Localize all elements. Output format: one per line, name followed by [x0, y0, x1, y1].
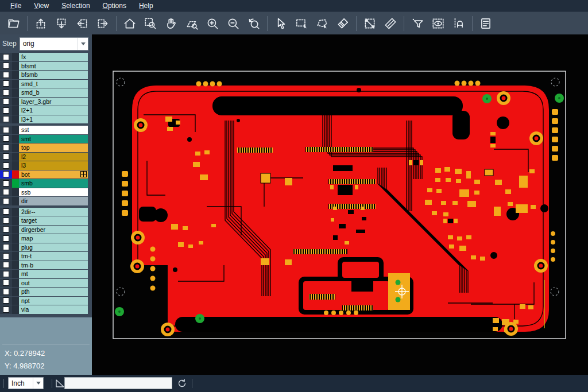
- layer-label[interactable]: smt: [19, 135, 88, 143]
- layer-label[interactable]: smd_b: [19, 88, 88, 97]
- layer-checkbox-l3[interactable]: [0, 161, 12, 170]
- layer-row-bot[interactable]: bot: [0, 170, 88, 179]
- layer-row-pth[interactable]: pth: [0, 288, 88, 296]
- layer-checkbox-mt[interactable]: [0, 270, 12, 278]
- open-folder-button[interactable]: [3, 14, 24, 33]
- layer-checkbox-l2[interactable]: [0, 153, 12, 161]
- clean-brush-button[interactable]: [332, 14, 353, 33]
- layer-checkbox-dir[interactable]: [0, 197, 12, 205]
- ruler-button[interactable]: [380, 14, 401, 33]
- refresh-icon[interactable]: [176, 377, 188, 392]
- report-button[interactable]: [475, 14, 496, 33]
- layer-row-plug[interactable]: plug: [0, 243, 88, 252]
- layer-row-out[interactable]: out: [0, 279, 88, 288]
- layer-label[interactable]: plug: [19, 243, 88, 252]
- layer-row-fx[interactable]: fx: [0, 53, 88, 61]
- layer-label[interactable]: dirgerber: [19, 226, 88, 234]
- layer-label[interactable]: fx: [19, 53, 88, 61]
- menu-file[interactable]: File: [5, 1, 27, 11]
- layer-checkbox-smb[interactable]: [0, 179, 12, 188]
- filter-button[interactable]: [407, 14, 428, 33]
- layer-row-smb[interactable]: smb: [0, 179, 88, 188]
- zoom-selection-button[interactable]: [181, 14, 202, 33]
- layer-row-map[interactable]: map: [0, 234, 88, 243]
- menu-help[interactable]: Help: [133, 1, 159, 11]
- layer-label[interactable]: tm-b: [19, 261, 88, 270]
- layer-label[interactable]: dir: [19, 197, 88, 205]
- layer-row-tm-b[interactable]: tm-b: [0, 261, 88, 270]
- layer-label[interactable]: out: [19, 279, 88, 288]
- highlight-view-button[interactable]: [428, 14, 448, 33]
- layer-row-dir[interactable]: dir: [0, 197, 88, 205]
- select-cursor-button[interactable]: [270, 14, 291, 33]
- command-input[interactable]: [64, 377, 172, 389]
- layer-row-2dir--[interactable]: 2dir--: [0, 208, 88, 216]
- menu-view[interactable]: View: [28, 1, 55, 11]
- layer-row-l2[interactable]: l2: [0, 153, 88, 161]
- layer-label[interactable]: l2: [19, 153, 88, 161]
- layer-checkbox-ssb[interactable]: [0, 188, 12, 197]
- nudge-right-button[interactable]: [92, 14, 113, 33]
- layer-label[interactable]: pth: [19, 288, 88, 296]
- measure-line-button[interactable]: [359, 14, 380, 33]
- layer-row-smd_t[interactable]: smd_t: [0, 80, 88, 88]
- layer-row-smd_b[interactable]: smd_b: [0, 88, 88, 97]
- layer-checkbox-bfsmb[interactable]: [0, 71, 12, 79]
- layer-checkbox-tm-b[interactable]: [0, 261, 12, 270]
- layer-checkbox-smd_t[interactable]: [0, 80, 12, 88]
- layer-row-target[interactable]: target: [0, 216, 88, 225]
- layer-row-mt[interactable]: mt: [0, 270, 88, 278]
- layer-checkbox-map[interactable]: [0, 234, 12, 243]
- layer-checkbox-bfsmt[interactable]: [0, 62, 12, 71]
- layer-checkbox-2dir--[interactable]: [0, 208, 12, 216]
- layer-label[interactable]: layer_3.gbr: [19, 98, 88, 106]
- layer-label[interactable]: sst: [19, 126, 88, 134]
- layer-label[interactable]: target: [19, 216, 88, 225]
- layer-row-l3+1[interactable]: l3+1: [0, 115, 88, 124]
- layer-row-top[interactable]: top: [0, 143, 88, 152]
- unit-select[interactable]: Inch: [8, 377, 44, 389]
- layer-label[interactable]: bfsmb: [19, 71, 88, 79]
- menu-selection[interactable]: Selection: [56, 1, 95, 11]
- layer-label[interactable]: bfsmt: [19, 62, 88, 71]
- layer-row-dirgerber[interactable]: dirgerber: [0, 226, 88, 234]
- select-polygon-button[interactable]: [312, 14, 332, 33]
- layer-checkbox-dirgerber[interactable]: [0, 226, 12, 234]
- layer-checkbox-out[interactable]: [0, 279, 12, 288]
- layer-row-tm-t[interactable]: tm-t: [0, 252, 88, 261]
- layer-checkbox-fx[interactable]: [0, 53, 12, 61]
- layer-checkbox-l3+1[interactable]: [0, 115, 12, 124]
- zoom-window-button[interactable]: [140, 14, 161, 33]
- layer-label[interactable]: tm-t: [19, 252, 88, 261]
- layer-row-sst[interactable]: sst: [0, 126, 88, 134]
- layer-label[interactable]: l2+1: [19, 106, 88, 115]
- layer-label[interactable]: map: [19, 234, 88, 243]
- snap-magnet-button[interactable]: [448, 14, 469, 33]
- layer-row-bfsmb[interactable]: bfsmb: [0, 71, 88, 79]
- layer-row-smt[interactable]: smt: [0, 135, 88, 143]
- chevron-down-icon[interactable]: [78, 38, 88, 50]
- layer-row-l2+1[interactable]: l2+1: [0, 106, 88, 115]
- layer-row-layer_3.gbr[interactable]: layer_3.gbr: [0, 98, 88, 106]
- layer-checkbox-tm-t[interactable]: [0, 252, 12, 261]
- zoom-in-button[interactable]: [202, 14, 223, 33]
- layer-checkbox-bot[interactable]: [0, 170, 12, 179]
- select-rect-button[interactable]: [291, 14, 312, 33]
- layer-label[interactable]: bot: [19, 170, 88, 179]
- layer-row-l3[interactable]: l3: [0, 161, 88, 170]
- layer-checkbox-top[interactable]: [0, 143, 12, 152]
- layer-checkbox-plug[interactable]: [0, 243, 12, 252]
- layer-checkbox-via[interactable]: [0, 305, 12, 314]
- zoom-out-button[interactable]: [223, 14, 243, 33]
- layer-row-npt[interactable]: npt: [0, 297, 88, 305]
- chevron-down-icon[interactable]: [33, 378, 43, 389]
- nudge-down-button[interactable]: [51, 14, 72, 33]
- layer-checkbox-pth[interactable]: [0, 288, 12, 296]
- layer-row-via[interactable]: via: [0, 305, 88, 314]
- layer-label[interactable]: via: [19, 305, 88, 314]
- pcb-canvas[interactable]: [92, 34, 588, 375]
- nudge-up-button[interactable]: [30, 14, 51, 33]
- layer-label[interactable]: top: [19, 143, 88, 152]
- layer-row-bfsmt[interactable]: bfsmt: [0, 62, 88, 71]
- layer-label[interactable]: mt: [19, 270, 88, 278]
